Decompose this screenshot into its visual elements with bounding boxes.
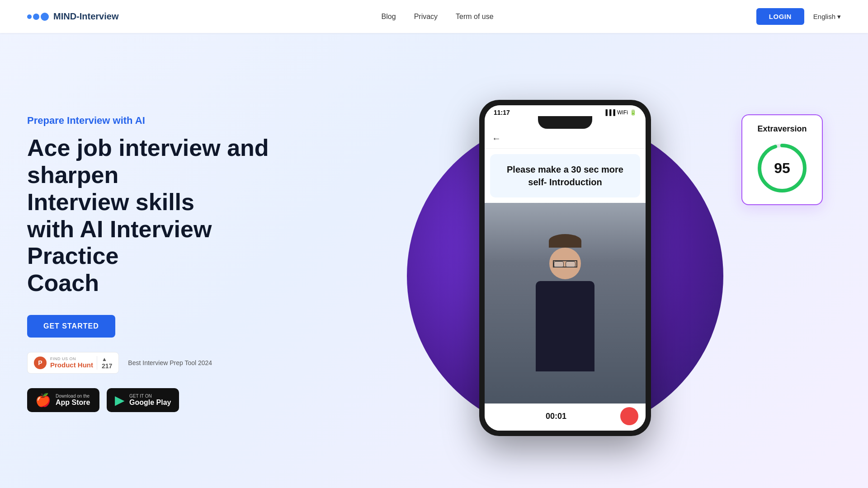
phone-question-card: Please make a 30 sec more self- Introduc… [490,154,640,197]
google-play-icon: ▶ [115,393,125,408]
hero-right: 11:17 ▐▐▐ WiFi 🔋 ← Please make a 30 sec … [289,60,841,467]
app-store-small: Download on the [56,394,90,399]
phone-header: ← [485,129,646,149]
person-hair [549,234,581,248]
ph-name: Product Hunt [50,361,93,369]
ph-count-number: 217 [102,362,112,370]
nav-terms[interactable]: Term of use [456,13,494,20]
hero-section: Prepare Interview with AI Ace job interv… [0,33,868,467]
wifi-icon: WiFi [617,109,628,116]
phone-mockup: 11:17 ▐▐▐ WiFi 🔋 ← Please make a 30 sec … [479,100,651,436]
score-circle: 95 [755,141,809,195]
hero-title: Ace job interview and sharpen Interview … [27,135,289,297]
product-hunt-row: P FIND US ON Product Hunt ▲ 217 Best Int… [27,352,289,374]
ph-count-group: ▲ 217 [97,356,112,370]
battery-icon: 🔋 [630,109,637,116]
signal-icon: ▐▐▐ [604,109,615,116]
extraversion-card: Extraversion 95 [741,114,823,205]
person-body [536,281,594,371]
phone-status-icons: ▐▐▐ WiFi 🔋 [604,109,637,116]
app-store-large: App Store [56,399,90,407]
nav-links: Blog Privacy Term of use [382,13,494,21]
product-hunt-badge[interactable]: P FIND US ON Product Hunt ▲ 217 [27,352,119,374]
app-buttons: 🍎 Download on the App Store ▶ GET IT ON … [27,388,289,412]
hero-subtitle: Prepare Interview with AI [27,115,289,127]
hero-left: Prepare Interview with AI Ace job interv… [27,115,289,412]
title-line4: Coach [27,270,99,296]
glass-right [566,261,576,267]
google-play-large: Google Play [129,399,171,407]
nav-privacy[interactable]: Privacy [414,13,438,20]
ph-find-us-label: FIND US ON [50,357,93,361]
phone-timer: 00:01 [492,412,620,421]
phone-time: 11:17 [494,109,510,116]
language-selector[interactable]: English ▾ [813,13,841,21]
login-button[interactable]: LOGIN [756,8,804,25]
google-play-small: GET IT ON [129,394,171,399]
title-line1: Ace job interview and sharpen [27,135,269,188]
product-hunt-icon: P [34,357,47,369]
nav-right: LOGIN English ▾ [756,8,841,25]
phone-question-text: Please make a 30 sec more self- Introduc… [499,163,631,188]
title-line2: Interview skills [27,189,194,215]
phone-screen: 11:17 ▐▐▐ WiFi 🔋 ← Please make a 30 sec … [485,105,646,431]
navbar: MIND-Interview Blog Privacy Term of use … [0,0,868,33]
extraversion-title: Extraversion [755,124,809,134]
ph-upvote-icon: ▲ [102,356,112,362]
person-head [549,248,581,279]
logo-dot-3 [41,13,49,21]
phone-video-area [485,203,646,404]
logo-dot-2 [33,14,39,20]
nav-blog[interactable]: Blog [382,13,396,20]
phone-bottom-bar: 00:01 [485,404,646,431]
person-silhouette [485,203,646,404]
google-play-button[interactable]: ▶ GET IT ON Google Play [107,388,179,412]
logo-dot-1 [27,14,32,19]
apple-icon: 🍎 [35,393,51,408]
language-label: English [813,13,835,20]
google-play-text: GET IT ON Google Play [129,394,171,407]
phone-notch [538,116,592,129]
back-arrow-icon[interactable]: ← [492,133,501,144]
chevron-down-icon: ▾ [837,13,841,21]
brand-name: MIND-Interview [53,11,118,22]
product-hunt-text: FIND US ON Product Hunt [50,357,93,369]
app-store-text: Download on the App Store [56,394,90,407]
get-started-button[interactable]: GET STARTED [27,315,115,338]
extraversion-score: 95 [774,160,790,177]
glass-left [554,261,564,267]
logo-link[interactable]: MIND-Interview [27,11,118,22]
best-tool-label: Best Interview Prep Tool 2024 [128,359,212,366]
person-figure [520,250,610,404]
app-store-button[interactable]: 🍎 Download on the App Store [27,388,99,412]
logo-icon [27,13,49,21]
title-line3: with AI Interview Practice [27,216,212,269]
person-glasses [553,260,577,267]
record-button[interactable] [620,407,638,425]
